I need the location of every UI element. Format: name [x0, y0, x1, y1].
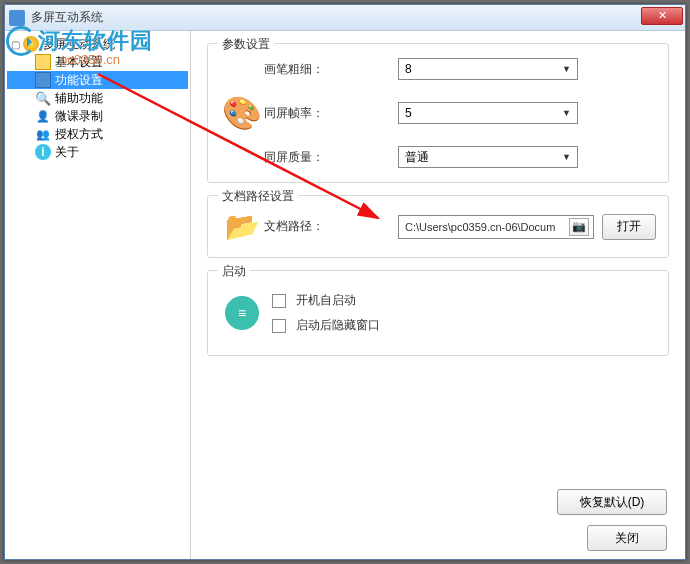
quality-label: 同屏质量：	[264, 149, 350, 166]
tree-root[interactable]: ▢ 多屏互动系统	[7, 35, 188, 53]
tree-item-label: 基本设置	[55, 54, 103, 71]
tree-item-label: 授权方式	[55, 126, 103, 143]
path-input[interactable]: C:\Users\pc0359.cn-06\Docum 📷	[398, 215, 594, 239]
window-body: ▢ 多屏互动系统 基本设置 功能设置 辅助功能 微课录制	[5, 31, 685, 559]
browse-button[interactable]: 📷	[569, 218, 589, 236]
group-title: 文档路径设置	[218, 188, 298, 205]
tree-item-basic[interactable]: 基本设置	[7, 53, 188, 71]
path-value: C:\Users\pc0359.cn-06\Docum	[405, 221, 569, 233]
window-title: 多屏互动系统	[31, 9, 681, 26]
pen-thickness-select[interactable]: 8	[398, 58, 578, 80]
tree-item-record[interactable]: 微课录制	[7, 107, 188, 125]
tree-root-label: 多屏互动系统	[43, 36, 115, 53]
hidewindow-label: 启动后隐藏窗口	[296, 317, 380, 334]
group-startup: 启动 ≡ 开机自启动 启动后隐藏窗口	[207, 270, 669, 356]
open-button-label: 打开	[617, 218, 641, 235]
main-panel: 参数设置 画笔粗细： 8 🎨 同屏帧率： 5	[191, 31, 685, 559]
about-icon: i	[35, 144, 51, 160]
nav-tree: ▢ 多屏互动系统 基本设置 功能设置 辅助功能 微课录制	[5, 31, 191, 559]
quality-select[interactable]: 普通	[398, 146, 578, 168]
tree-item-assist[interactable]: 辅助功能	[7, 89, 188, 107]
tree-item-function[interactable]: 功能设置	[7, 71, 188, 89]
tree-item-auth[interactable]: 授权方式	[7, 125, 188, 143]
close-label: 关闭	[615, 530, 639, 547]
open-button[interactable]: 打开	[602, 214, 656, 240]
row-path: 📂 文档路径： C:\Users\pc0359.cn-06\Docum 📷 打开	[220, 210, 656, 243]
startup-icon: ≡	[220, 285, 264, 341]
combo-value: 5	[405, 106, 412, 120]
hidewindow-checkbox[interactable]	[272, 319, 286, 333]
group-title: 启动	[218, 263, 250, 280]
window-close-button[interactable]: ✕	[641, 7, 683, 25]
tree-item-label: 关于	[55, 144, 79, 161]
row-quality: 同屏质量： 普通	[220, 146, 656, 168]
root-icon	[23, 36, 39, 52]
folder-icon: 📂	[220, 210, 264, 243]
auth-icon	[35, 126, 51, 142]
record-icon	[35, 108, 51, 124]
app-icon	[9, 10, 25, 26]
pen-label: 画笔粗细：	[264, 61, 350, 78]
group-path: 文档路径设置 📂 文档路径： C:\Users\pc0359.cn-06\Doc…	[207, 195, 669, 258]
basic-icon	[35, 54, 51, 70]
function-icon	[35, 72, 51, 88]
row-pen: 画笔粗细： 8	[220, 58, 656, 80]
close-button[interactable]: 关闭	[587, 525, 667, 551]
tree-item-label: 辅助功能	[55, 90, 103, 107]
group-params: 参数设置 画笔粗细： 8 🎨 同屏帧率： 5	[207, 43, 669, 183]
restore-defaults-button[interactable]: 恢复默认(D)	[557, 489, 667, 515]
app-window: 多屏互动系统 ✕ ▢ 多屏互动系统 基本设置 功能设置 辅助功能	[4, 4, 686, 560]
restore-label: 恢复默认(D)	[580, 494, 645, 511]
group-title: 参数设置	[218, 36, 274, 53]
collapse-icon[interactable]: ▢	[11, 39, 21, 50]
fps-select[interactable]: 5	[398, 102, 578, 124]
tree-item-label: 微课录制	[55, 108, 103, 125]
row-fps: 🎨 同屏帧率： 5	[220, 94, 656, 132]
row-hidewindow: 启动后隐藏窗口	[272, 317, 656, 334]
combo-value: 普通	[405, 149, 429, 166]
path-label: 文档路径：	[264, 218, 350, 235]
tree-item-about[interactable]: i 关于	[7, 143, 188, 161]
tree-item-label: 功能设置	[55, 72, 103, 89]
combo-value: 8	[405, 62, 412, 76]
autostart-label: 开机自启动	[296, 292, 356, 309]
autostart-checkbox[interactable]	[272, 294, 286, 308]
palette-icon: 🎨	[220, 94, 264, 132]
assist-icon	[35, 90, 51, 106]
footer: 恢复默认(D) 关闭	[207, 483, 669, 551]
titlebar: 多屏互动系统 ✕	[5, 5, 685, 31]
fps-label: 同屏帧率：	[264, 105, 350, 122]
row-autostart: 开机自启动	[272, 292, 656, 309]
